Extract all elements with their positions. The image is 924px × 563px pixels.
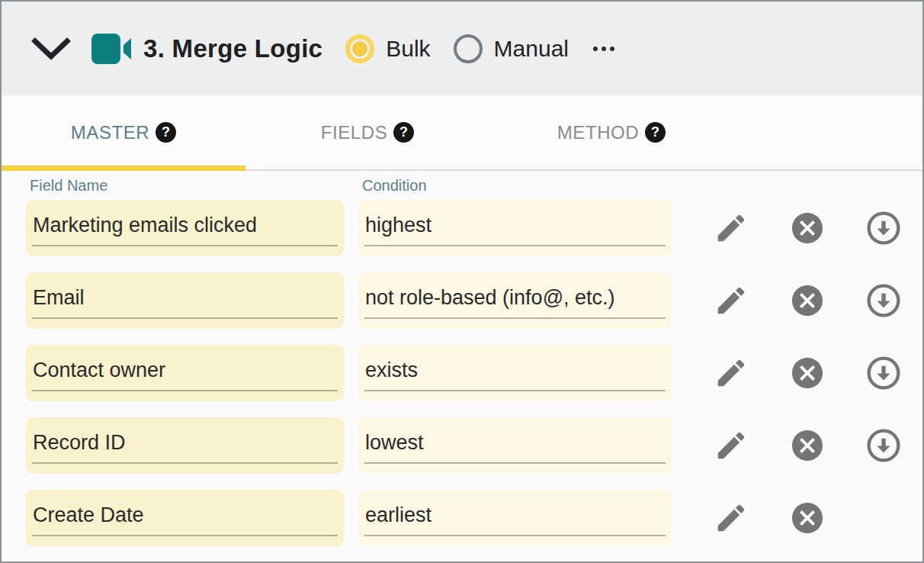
remove-button[interactable] [788,426,826,465]
condition-value: lowest [365,431,424,455]
edit-button[interactable] [712,499,750,537]
tab-bar: MASTER ? FIELDS ? METHOD ? [2,95,922,171]
condition-column-header: Condition [358,177,427,195]
tab[interactable]: MASTER ? [2,95,245,169]
condition-value: earliest [365,503,432,527]
arrow-down-circle-icon [865,282,903,320]
row-actions [712,282,903,320]
move-down-button[interactable] [865,354,903,392]
move-down-button[interactable] [865,209,903,247]
table-row: Contact owner exists [26,345,922,401]
tab[interactable]: METHOD ? [489,95,733,169]
condition-input[interactable]: earliest [358,490,672,546]
mode-option[interactable]: Manual [454,34,569,63]
remove-button[interactable] [788,209,826,247]
chevron-down-icon[interactable] [30,35,72,63]
pencil-icon [714,355,749,391]
input-underline [32,535,338,536]
condition-value: exists [365,359,418,382]
x-circle-icon [789,355,826,391]
input-underline [32,390,338,391]
pencil-icon [714,500,749,536]
input-underline [364,462,666,464]
active-tab-underline [2,166,245,171]
field-name-value: Contact owner [33,359,165,382]
help-icon[interactable]: ? [393,122,414,143]
row-actions [712,499,903,537]
field-name-value: Marketing emails clicked [33,214,257,237]
videocam-icon[interactable] [88,31,133,66]
table-row: Record ID lowest [26,417,922,474]
tab-label: FIELDS [321,122,388,143]
field-name-input[interactable]: Marketing emails clicked [26,200,344,256]
input-underline [364,317,666,319]
input-underline [32,317,338,319]
edit-button[interactable] [712,426,750,465]
help-icon[interactable]: ? [645,122,666,143]
tab-label: MASTER [71,122,150,143]
edit-button[interactable] [712,282,750,320]
condition-value: highest [365,214,432,237]
field-name-input[interactable]: Contact owner [26,345,344,401]
mode-option[interactable]: Bulk [345,34,430,63]
field-name-value: Record ID [33,431,126,455]
column-headers: Field Name Condition [26,177,922,200]
condition-input[interactable]: lowest [358,417,672,474]
master-tab-content: Field Name Condition Marketing emails cl… [2,171,922,546]
condition-input[interactable]: not role-based (info@, etc.) [358,272,672,329]
input-underline [364,245,666,246]
remove-button[interactable] [788,354,826,392]
field-name-input[interactable]: Record ID [26,417,344,474]
x-circle-icon [789,500,826,536]
condition-input[interactable]: highest [358,200,672,256]
row-actions [712,426,903,465]
input-underline [32,245,338,246]
tab-label: METHOD [557,122,640,143]
table-row: Create Date earliest [26,490,922,546]
input-underline [364,390,666,391]
condition-input[interactable]: exists [358,345,672,401]
condition-value: not role-based (info@, etc.) [365,286,615,310]
table-row: Email not role-based (info@, etc.) [26,272,922,329]
field-name-column-header: Field Name [26,177,358,195]
edit-button[interactable] [712,209,750,247]
table-row: Marketing emails clicked highest [26,200,922,256]
tab[interactable]: FIELDS ? [245,95,489,169]
mode-label: Bulk [386,36,430,62]
remove-button[interactable] [788,282,826,320]
arrow-down-circle-icon [865,354,903,392]
remove-button[interactable] [788,499,826,537]
panel-header: 3. Merge Logic Bulk Manual [2,2,922,95]
field-name-input[interactable]: Create Date [26,490,344,546]
x-circle-icon [789,210,826,246]
radio-button-icon[interactable] [454,34,483,63]
field-name-value: Email [33,286,85,310]
pencil-icon [714,283,749,318]
x-circle-icon [789,282,826,319]
input-underline [32,462,338,464]
field-name-input[interactable]: Email [26,272,344,329]
arrow-down-circle-icon [865,209,903,247]
pencil-icon [714,428,749,463]
edit-button[interactable] [712,354,750,392]
radio-button-icon[interactable] [345,34,374,63]
mode-label: Manual [494,36,569,62]
arrow-down-circle-icon [865,426,903,465]
x-circle-icon [789,427,826,464]
move-down-button[interactable] [865,426,903,465]
row-actions [712,354,903,392]
help-icon[interactable]: ? [156,122,176,143]
field-name-value: Create Date [33,503,144,527]
row-actions [712,209,903,247]
more-options-icon[interactable] [593,47,614,51]
pencil-icon [714,211,749,246]
move-down-button[interactable] [865,282,903,320]
section-title: 3. Merge Logic [143,34,322,63]
merge-logic-panel: 3. Merge Logic Bulk Manual MASTER ? FIEL… [0,0,924,563]
input-underline [364,535,666,536]
